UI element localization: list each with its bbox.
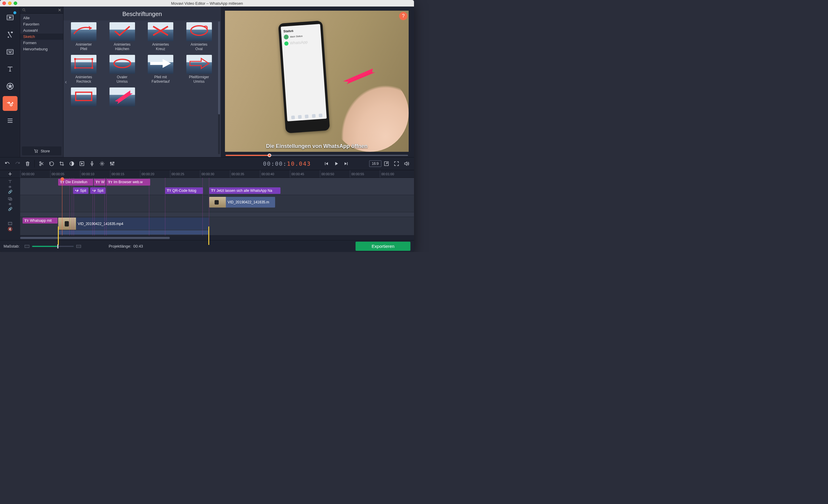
clip-properties-button[interactable] [77,158,87,169]
svg-rect-14 [74,58,76,60]
window-titlebar: Movavi Video Editor – WhatsApp mitlesen [0,0,414,6]
split-button[interactable] [37,158,47,169]
svg-rect-37 [9,198,12,200]
scrub-handle[interactable] [268,153,271,157]
audio-waveform[interactable] [58,230,209,234]
aspect-ratio-selector[interactable]: 16:9 [369,161,381,167]
search-icon [22,8,26,12]
track-main-video: 🔇 TTWhatsapp mit VID_20190422_141635.mp4 [0,217,414,235]
clip[interactable]: Spit [90,187,106,194]
clear-search-icon[interactable]: ✕ [58,8,61,12]
play-button[interactable] [331,158,341,169]
redo-button[interactable] [12,158,23,169]
rail-more-button[interactable] [3,113,17,128]
undo-button[interactable] [2,158,12,169]
svg-rect-28 [91,162,92,164]
settings-button[interactable] [97,158,107,169]
asset-grad-arrow[interactable]: Pfeil mit Farbverlauf [146,55,175,84]
asset-ellipse[interactable]: Ovaler Umriss [108,55,137,84]
category-item-alle[interactable]: Alle [20,15,63,21]
asset-rect[interactable] [69,87,98,108]
ruler-tick: 00:00:35 [230,170,244,178]
preview-canvas[interactable]: Status Mein Status WhatsApp Die Einstell… [225,11,409,152]
equalizer-button[interactable] [107,158,117,169]
export-button[interactable]: Exportieren [356,242,410,251]
video-track-icon [7,221,13,226]
cart-icon [34,149,38,153]
rail-import-button[interactable] [3,10,17,25]
next-frame-button[interactable] [341,158,351,169]
clip[interactable]: TTJetzt lassen sich alle WhatsApp Na [209,187,281,194]
asset-scrollbar[interactable] [218,21,220,154]
zoom-out-icon[interactable] [24,244,30,248]
category-item-sketch[interactable]: Sketch [20,34,63,40]
svg-marker-20 [190,58,209,68]
prev-frame-button[interactable] [321,158,331,169]
asset-cross[interactable]: Animiertes Kreuz [146,22,175,51]
svg-point-32 [113,162,114,163]
clip[interactable]: VID_20190422_141635.m [209,197,275,208]
overlay-arrow-icon [340,67,376,85]
time-ruler[interactable]: 00:00:0000:00:0500:00:1000:00:1500:00:20… [20,170,414,178]
ruler-tick: 00:00:50 [320,170,334,178]
asset-check[interactable]: Animiertes Häkchen [108,22,137,51]
selection-right[interactable] [208,227,209,245]
rotate-button[interactable] [47,158,57,169]
clip[interactable]: TTQR-Code fotog [165,187,203,194]
rail-transitions-button[interactable] [3,44,17,59]
category-item-hervorhebung[interactable]: Hervorhebung [20,46,63,52]
rail-stickers-button[interactable] [3,79,17,94]
preview-player: ? Status Mein Status WhatsApp Die Eins [221,6,414,157]
zoom-in-icon[interactable] [76,244,81,248]
help-button[interactable]: ? [399,12,408,20]
asset-rect-handles[interactable]: Animiertes Rechteck [69,55,98,84]
rail-filters-button[interactable] [3,27,17,42]
detach-preview-button[interactable] [381,158,391,169]
clip[interactable]: Spit [73,187,88,194]
category-item-auswahl[interactable]: Auswahl [20,27,63,34]
clip[interactable]: TTDie Einstellun [58,179,93,186]
add-track-button[interactable]: + [0,170,20,178]
clip[interactable]: TTIm Browser web.w [106,179,150,186]
category-item-formen[interactable]: Formen [20,40,63,46]
timeline-h-scrollbar[interactable] [20,237,170,239]
selection-left[interactable] [58,227,59,245]
zoom-slider[interactable] [32,246,74,247]
volume-button[interactable] [402,158,412,169]
asset-arrow[interactable]: Animierter Pfeil [69,22,98,51]
svg-rect-16 [74,67,76,69]
asset-arrow-outline[interactable]: Pfeilförmiger Umriss [184,55,214,84]
track-gap [0,212,414,217]
delete-button[interactable] [23,158,33,169]
fullscreen-button[interactable] [391,158,402,169]
record-audio-button[interactable] [87,158,97,169]
clip[interactable]: VID_20190422_141635.mp4 [58,218,209,230]
svg-point-9 [35,152,36,153]
svg-point-18 [114,59,131,67]
playback-scrubber[interactable] [225,152,409,157]
category-item-favoriten[interactable]: Favoriten [20,21,63,27]
collapse-panel-button[interactable]: ‹ [64,75,68,89]
track-titles-visibility[interactable]: 👁 [8,185,12,189]
crop-button[interactable] [57,158,67,169]
project-length-label: Projektlänge: 00:43 [109,244,143,248]
phone-my-status: Mein Status [290,35,303,38]
rail-callouts-button[interactable] [3,96,17,111]
track-titles-link[interactable]: 🔗 [8,190,12,194]
ruler-tick: 00:00:55 [350,170,364,178]
store-button[interactable]: Store [22,146,61,155]
asset-oval[interactable]: Animiertes Oval [184,22,214,51]
color-adjust-button[interactable] [67,158,77,169]
clip[interactable]: TTW [94,179,106,186]
rail-titles-button[interactable] [3,62,17,77]
asset-pink-arrow[interactable] [108,87,137,108]
svg-point-29 [101,163,103,165]
phone-whatsapp: WhatsApp [290,40,308,45]
ruler-tick: 00:00:10 [80,170,94,178]
track-main-mute[interactable]: 🔇 [8,227,12,231]
svg-marker-19 [150,59,171,68]
track-overlay-link[interactable]: 🔗 [8,207,12,211]
track-overlay-visibility[interactable]: 👁 [8,202,12,207]
svg-rect-4 [7,49,13,54]
category-search[interactable]: ✕ [20,6,63,14]
